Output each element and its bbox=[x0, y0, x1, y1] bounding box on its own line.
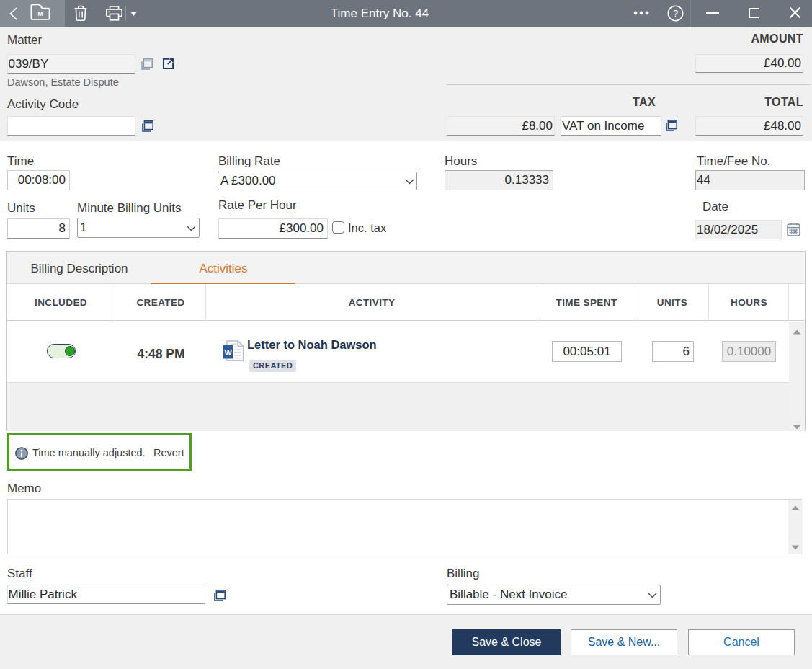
svg-text:?: ? bbox=[673, 8, 678, 19]
svg-text:W: W bbox=[225, 348, 233, 357]
